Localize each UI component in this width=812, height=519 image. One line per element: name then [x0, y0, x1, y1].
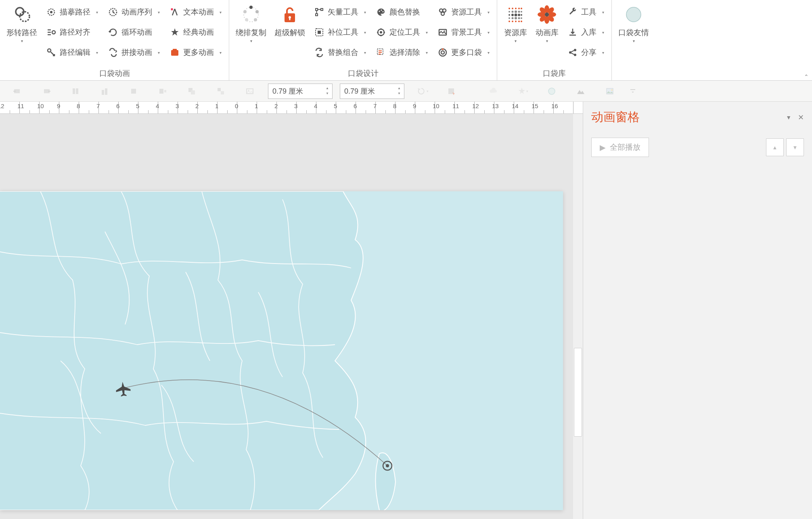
- replace-combo-button[interactable]: 替换组合 ▾: [311, 44, 369, 61]
- trace-path-icon: [46, 7, 57, 17]
- resource-lib-button[interactable]: 资源库 ▾: [500, 2, 531, 44]
- svg-point-37: [509, 8, 510, 9]
- play-all-button[interactable]: ▶ 全部播放: [591, 138, 649, 157]
- move-down-button[interactable]: ▼: [786, 138, 804, 156]
- path-edit-icon: [46, 47, 57, 58]
- classic-animation-button[interactable]: 经典动画: [166, 23, 225, 41]
- tool-btn-2[interactable]: [32, 83, 61, 99]
- tools-button[interactable]: 工具 ▾: [564, 3, 607, 21]
- caret-icon: ▾: [96, 50, 98, 55]
- bg-tools-button[interactable]: 背景工具 ▾: [434, 23, 493, 41]
- tool-btn-4[interactable]: [90, 83, 119, 99]
- tool-mountain[interactable]: [567, 83, 595, 99]
- svg-point-44: [515, 10, 517, 13]
- svg-point-47: [509, 14, 510, 16]
- path-align-button[interactable]: 路径对齐: [43, 23, 101, 41]
- super-unlock-button[interactable]: 超级解锁: [270, 2, 309, 39]
- main-area: 121110987654321012345678910111213141516: [0, 102, 812, 519]
- svg-rect-85: [191, 90, 195, 94]
- locate-tools-button[interactable]: 定位工具 ▾: [373, 23, 431, 41]
- caret-icon: ▾: [633, 39, 635, 43]
- tool-picture[interactable]: [596, 83, 624, 99]
- tool-overflow[interactable]: [625, 83, 641, 99]
- pane-close-button[interactable]: ✕: [798, 113, 804, 122]
- play-icon: ▶: [600, 143, 606, 152]
- pane-dropdown-button[interactable]: ▼: [786, 114, 791, 121]
- tool-btn-6[interactable]: [149, 83, 177, 99]
- vector-icon: [314, 7, 324, 17]
- svg-point-72: [574, 49, 576, 51]
- width-input[interactable]: [272, 87, 324, 95]
- move-up-button[interactable]: ▲: [766, 138, 784, 156]
- share-button[interactable]: 分享 ▾: [564, 44, 607, 61]
- caret-icon: ▾: [488, 50, 490, 55]
- svg-point-70: [545, 13, 549, 17]
- caret-icon: ▾: [158, 10, 160, 15]
- svg-point-89: [248, 90, 249, 91]
- svg-point-4: [52, 31, 55, 34]
- more-pocket-icon: [437, 47, 448, 58]
- svg-rect-17: [289, 18, 291, 20]
- share-icon: [567, 47, 578, 58]
- shape-to-path-icon: [11, 4, 32, 25]
- spinner-height[interactable]: ▲▼: [396, 86, 402, 96]
- map-content: [0, 191, 563, 510]
- pocket-expressions-button[interactable]: 口袋友情 ▾: [614, 2, 653, 44]
- wrap-copy-button[interactable]: 绕排复制 ▾: [232, 2, 270, 44]
- import-lib-button[interactable]: 入库 ▾: [564, 23, 607, 41]
- group-label-design: 口袋设计: [232, 67, 494, 80]
- shape-to-path-button[interactable]: 形转路径 ▾: [2, 2, 41, 44]
- color-replace-button[interactable]: 颜色替换: [373, 3, 431, 21]
- tool-btn-7[interactable]: [178, 83, 206, 99]
- scrollbar-thumb[interactable]: [574, 348, 582, 437]
- unlock-icon: [279, 4, 300, 25]
- svg-rect-94: [630, 89, 635, 90]
- tool-circle-shape[interactable]: [538, 83, 566, 99]
- text-animation-button[interactable]: 文本动画 ▾: [166, 3, 225, 21]
- svg-rect-22: [318, 31, 321, 34]
- tool-btn-1[interactable]: [3, 83, 31, 99]
- target-icon: [376, 27, 386, 38]
- svg-point-5: [48, 49, 51, 52]
- trace-path-button[interactable]: 描摹路径 ▾: [43, 3, 101, 21]
- more-pocket-button[interactable]: 更多口袋 ▾: [434, 44, 493, 61]
- animation-lib-button[interactable]: 动画库 ▾: [531, 2, 563, 44]
- tool-star[interactable]: ▾: [509, 83, 537, 99]
- svg-point-31: [441, 12, 444, 15]
- height-input[interactable]: [344, 87, 396, 95]
- tool-btn-9[interactable]: [236, 83, 264, 99]
- tool-btn-5[interactable]: [119, 83, 148, 99]
- collapse-ribbon-button[interactable]: ⌃: [804, 73, 809, 80]
- loop-animation-button[interactable]: 循环动画: [105, 23, 163, 41]
- circle-sphere-icon: [623, 4, 644, 25]
- slide-canvas[interactable]: [0, 191, 563, 510]
- canvas-area: 121110987654321012345678910111213141516: [0, 102, 583, 519]
- svg-point-43: [512, 11, 514, 13]
- tool-rotate[interactable]: ▾: [408, 83, 437, 99]
- svg-point-73: [574, 54, 576, 56]
- svg-point-27: [380, 31, 382, 33]
- path-edit-button[interactable]: 路径编辑 ▾: [43, 44, 101, 61]
- splice-animation-button[interactable]: 拼接动画 ▾: [105, 44, 163, 61]
- svg-point-13: [245, 18, 248, 21]
- tool-select-pane[interactable]: [437, 83, 466, 99]
- fill-tools-button[interactable]: 补位工具 ▾: [311, 23, 369, 41]
- height-input-container: ▲▼: [340, 84, 404, 99]
- vertical-scrollbar[interactable]: [573, 114, 583, 519]
- select-clear-button[interactable]: 选择清除 ▾: [373, 44, 431, 61]
- caret-icon: ▾: [546, 39, 548, 43]
- vector-tools-button[interactable]: 矢量工具 ▾: [311, 3, 369, 21]
- sequence-icon: [108, 7, 118, 17]
- svg-point-97: [386, 464, 389, 467]
- resource-tools-button[interactable]: 资源工具 ▾: [434, 3, 493, 21]
- more-animation-button[interactable]: 更多动画 ▾: [166, 44, 225, 61]
- svg-point-36: [442, 48, 444, 50]
- palette-icon: [376, 7, 386, 17]
- tool-cloud[interactable]: [479, 83, 508, 99]
- svg-rect-18: [316, 8, 318, 10]
- svg-point-41: [521, 8, 522, 9]
- animation-sequence-button[interactable]: 动画序列 ▾: [105, 3, 163, 21]
- tool-btn-8[interactable]: [207, 83, 235, 99]
- tool-btn-3[interactable]: [61, 83, 90, 99]
- spinner-width[interactable]: ▲▼: [324, 86, 331, 96]
